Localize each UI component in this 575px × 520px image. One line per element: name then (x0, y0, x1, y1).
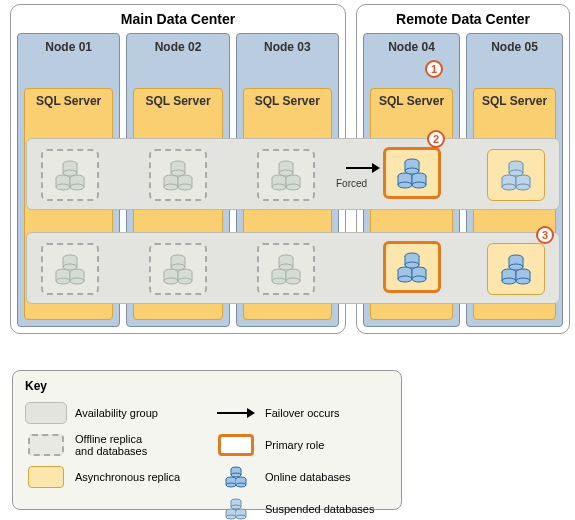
async-replica-icon (28, 466, 64, 488)
database-icon (50, 252, 90, 286)
availability-group-1 (26, 138, 560, 210)
sql-label: SQL Server (244, 89, 331, 113)
async-replica (487, 243, 545, 295)
svg-point-99 (178, 278, 192, 284)
svg-point-2 (56, 184, 70, 190)
callout-1: 1 (425, 60, 443, 78)
node-label: Node 04 (364, 34, 459, 60)
database-icon (496, 252, 536, 286)
availability-group-2 (26, 232, 560, 304)
database-icon (266, 252, 306, 286)
node-label: Node 02 (127, 34, 228, 60)
legend-label: Offline replica and databases (75, 433, 147, 457)
main-dc-title: Main Data Center (11, 5, 345, 29)
legend-label: Primary role (265, 439, 324, 451)
sql-label: SQL Server (371, 89, 452, 113)
legend-grid: Availability group Failover occurs Offli… (25, 399, 389, 520)
svg-point-12 (63, 170, 77, 176)
primary-role-icon (218, 434, 254, 456)
database-icon (158, 252, 198, 286)
remote-dc-title: Remote Data Center (357, 5, 569, 29)
svg-point-17 (164, 184, 178, 190)
svg-point-42 (279, 170, 293, 176)
svg-point-52 (412, 182, 426, 188)
svg-point-104 (171, 264, 185, 270)
svg-point-114 (286, 278, 300, 284)
primary-replica (383, 147, 441, 199)
database-icon (158, 158, 198, 192)
svg-point-79 (56, 278, 70, 284)
offline-replica-icon (28, 434, 64, 456)
legend-item-primary: Primary role (215, 431, 389, 459)
svg-point-22 (178, 184, 192, 190)
offline-replica (149, 243, 207, 295)
database-icon (50, 158, 90, 192)
svg-point-47 (398, 182, 412, 188)
svg-point-139 (502, 278, 516, 284)
callout-2: 2 (427, 130, 445, 148)
node-label: Node 01 (18, 34, 119, 60)
legend-title: Key (25, 379, 389, 393)
sql-label: SQL Server (134, 89, 221, 113)
availability-group-icon (25, 402, 67, 424)
svg-point-27 (171, 170, 185, 176)
svg-point-84 (70, 278, 84, 284)
legend-item-ag: Availability group (25, 399, 199, 427)
failover-arrow-icon (344, 158, 380, 178)
svg-point-156 (226, 483, 236, 487)
database-icon (496, 158, 536, 192)
svg-point-161 (236, 483, 246, 487)
async-replica (487, 149, 545, 201)
legend-item-async: Asynchronous replica (25, 463, 199, 491)
svg-point-165 (231, 473, 241, 477)
node-label: Node 03 (237, 34, 338, 60)
diagram-canvas: Main Data Center Node 01 SQL Server Node… (0, 0, 575, 520)
database-icon (221, 465, 251, 489)
svg-point-109 (272, 278, 286, 284)
sql-label: SQL Server (25, 89, 112, 113)
database-icon (392, 250, 432, 284)
offline-replica (149, 149, 207, 201)
svg-point-129 (412, 276, 426, 282)
svg-marker-153 (247, 408, 255, 418)
svg-point-62 (502, 184, 516, 190)
offline-replica (41, 243, 99, 295)
legend-label: Availability group (75, 407, 158, 419)
svg-marker-76 (372, 163, 380, 173)
legend-item-empty (25, 495, 199, 520)
svg-point-67 (516, 184, 530, 190)
svg-point-119 (279, 264, 293, 270)
svg-point-37 (286, 184, 300, 190)
database-icon (221, 497, 251, 520)
database-icon (392, 156, 432, 190)
arrow-icon (215, 406, 257, 420)
svg-point-89 (63, 264, 77, 270)
offline-replica (41, 149, 99, 201)
legend-label: Suspended databases (265, 503, 374, 515)
legend-item-suspended: Suspended databases (215, 495, 389, 520)
svg-point-32 (272, 184, 286, 190)
svg-point-124 (398, 276, 412, 282)
svg-point-149 (509, 264, 523, 270)
svg-point-134 (405, 262, 419, 268)
svg-point-175 (236, 515, 246, 519)
legend-label: Failover occurs (265, 407, 340, 419)
offline-replica (257, 243, 315, 295)
svg-point-57 (405, 168, 419, 174)
svg-point-94 (164, 278, 178, 284)
legend-label: Online databases (265, 471, 351, 483)
offline-replica (257, 149, 315, 201)
legend-item-offline: Offline replica and databases (25, 431, 199, 459)
legend-item-failover: Failover occurs (215, 399, 389, 427)
callout-3: 3 (536, 226, 554, 244)
database-icon (266, 158, 306, 192)
sql-label: SQL Server (474, 89, 555, 113)
legend: Key Availability group Failover occurs O… (12, 370, 402, 510)
forced-label: Forced (336, 178, 367, 189)
svg-point-179 (231, 505, 241, 509)
legend-item-online: Online databases (215, 463, 389, 491)
svg-point-170 (226, 515, 236, 519)
svg-point-72 (509, 170, 523, 176)
svg-point-7 (70, 184, 84, 190)
legend-label: Asynchronous replica (75, 471, 180, 483)
